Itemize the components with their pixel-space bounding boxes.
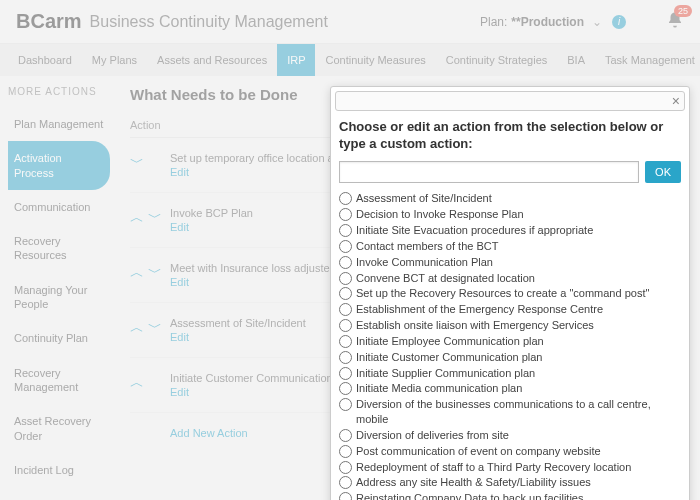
radio-icon[interactable] <box>339 272 352 285</box>
radio-icon[interactable] <box>339 192 352 205</box>
action-option[interactable]: Convene BCT at designated location <box>339 270 681 286</box>
radio-icon[interactable] <box>339 476 352 489</box>
action-option[interactable]: Initiate Site Evacuation procedures if a… <box>339 222 681 238</box>
action-option[interactable]: Establish onsite liaison with Emergency … <box>339 318 681 334</box>
option-label: Initiate Media communication plan <box>356 381 522 396</box>
action-modal: × Choose or edit an action from the sele… <box>330 86 690 500</box>
option-label: Address any site Health & Safety/Liabili… <box>356 475 591 490</box>
radio-icon[interactable] <box>339 367 352 380</box>
radio-icon[interactable] <box>339 382 352 395</box>
action-option[interactable]: Initiate Employee Communication plan <box>339 333 681 349</box>
option-label: Establish onsite liaison with Emergency … <box>356 318 594 333</box>
radio-icon[interactable] <box>339 208 352 221</box>
action-option[interactable]: Contact members of the BCT <box>339 238 681 254</box>
action-option[interactable]: Redeployment of staff to a Third Party R… <box>339 459 681 475</box>
option-label: Reinstating Company Data to back up faci… <box>356 491 583 500</box>
option-label: Set up the Recovery Resources to create … <box>356 286 649 301</box>
action-option[interactable]: Diversion of the businesses communicatio… <box>339 397 681 428</box>
action-option[interactable]: Reinstating Company Data to back up faci… <box>339 491 681 500</box>
action-option[interactable]: Invoke Communication Plan <box>339 254 681 270</box>
radio-icon[interactable] <box>339 429 352 442</box>
radio-icon[interactable] <box>339 398 352 411</box>
option-label: Assessment of Site/Incident <box>356 191 492 206</box>
radio-icon[interactable] <box>339 461 352 474</box>
radio-icon[interactable] <box>339 445 352 458</box>
action-option[interactable]: Diversion of deliveries from site <box>339 427 681 443</box>
option-label: Invoke Communication Plan <box>356 255 493 270</box>
option-label: Initiate Supplier Communication plan <box>356 366 535 381</box>
radio-icon[interactable] <box>339 303 352 316</box>
action-option[interactable]: Establishment of the Emergency Response … <box>339 302 681 318</box>
option-label: Initiate Site Evacuation procedures if a… <box>356 223 593 238</box>
option-label: Initiate Customer Communication plan <box>356 350 542 365</box>
radio-icon[interactable] <box>339 492 352 500</box>
radio-icon[interactable] <box>339 287 352 300</box>
radio-icon[interactable] <box>339 240 352 253</box>
radio-icon[interactable] <box>339 335 352 348</box>
option-label: Post communication of event on company w… <box>356 444 601 459</box>
action-option[interactable]: Assessment of Site/Incident <box>339 191 681 207</box>
radio-icon[interactable] <box>339 319 352 332</box>
radio-icon[interactable] <box>339 224 352 237</box>
option-label: Convene BCT at designated location <box>356 271 535 286</box>
action-option[interactable]: Post communication of event on company w… <box>339 443 681 459</box>
action-option[interactable]: Set up the Recovery Resources to create … <box>339 286 681 302</box>
option-label: Diversion of the businesses communicatio… <box>356 397 681 427</box>
action-options: Assessment of Site/IncidentDecision to I… <box>335 191 685 500</box>
action-option[interactable]: Initiate Supplier Communication plan <box>339 365 681 381</box>
radio-icon[interactable] <box>339 351 352 364</box>
option-label: Decision to Invoke Response Plan <box>356 207 524 222</box>
action-option[interactable]: Initiate Media communication plan <box>339 381 681 397</box>
option-label: Establishment of the Emergency Response … <box>356 302 603 317</box>
modal-titlebar: × <box>335 91 685 111</box>
option-label: Diversion of deliveries from site <box>356 428 509 443</box>
action-option[interactable]: Address any site Health & Safety/Liabili… <box>339 475 681 491</box>
action-option[interactable]: Initiate Customer Communication plan <box>339 349 681 365</box>
option-label: Initiate Employee Communication plan <box>356 334 544 349</box>
custom-action-input[interactable] <box>339 161 639 183</box>
option-label: Contact members of the BCT <box>356 239 498 254</box>
close-icon[interactable]: × <box>672 93 680 109</box>
action-option[interactable]: Decision to Invoke Response Plan <box>339 207 681 223</box>
radio-icon[interactable] <box>339 256 352 269</box>
ok-button[interactable]: OK <box>645 161 681 183</box>
modal-heading: Choose or edit an action from the select… <box>335 117 685 161</box>
option-label: Redeployment of staff to a Third Party R… <box>356 460 631 475</box>
